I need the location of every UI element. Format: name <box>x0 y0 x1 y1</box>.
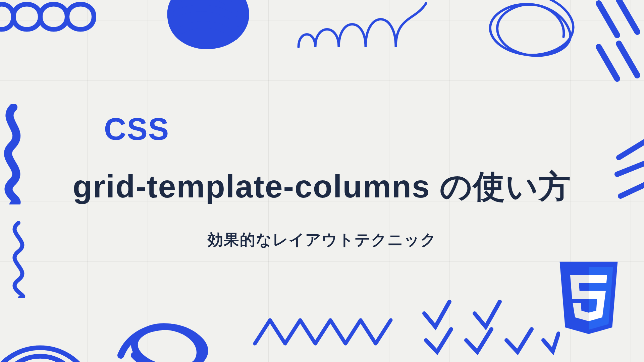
page-subtitle: 効果的なレイアウトテクニック <box>208 230 437 250</box>
category-label: CSS <box>104 112 169 147</box>
page-title: grid-template-columns の使い方 <box>73 160 571 213</box>
content-area: CSS grid-template-columns の使い方 効果的なレイアウト… <box>0 0 644 362</box>
